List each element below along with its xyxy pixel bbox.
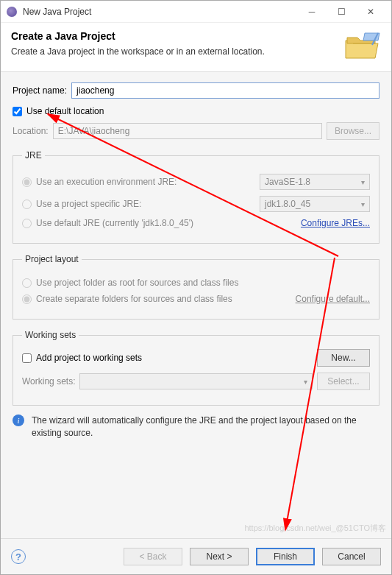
jre-specific-label: Use a project specific JRE: [36, 199, 260, 209]
layout-separate-radio[interactable] [22, 294, 32, 304]
back-button: < Back [124, 548, 182, 565]
layout-root-radio[interactable] [22, 278, 32, 288]
add-to-working-sets-label: Add project to working sets [36, 353, 142, 363]
location-label: Location: [13, 126, 49, 136]
add-to-working-sets-checkbox[interactable] [22, 353, 32, 363]
configure-jres-link[interactable]: Configure JREs... [301, 218, 370, 228]
project-layout-group: Project layout Use project folder as roo… [13, 254, 379, 320]
configure-default-link[interactable]: Configure default... [296, 294, 370, 304]
jre-default-label: Use default JRE (currently 'jdk1.8.0_45'… [36, 218, 301, 228]
info-text: The wizard will automatically configure … [32, 415, 379, 440]
working-sets-group: Working sets Add project to working sets… [13, 330, 379, 406]
minimize-button[interactable]: ─ [297, 1, 327, 23]
location-input [53, 123, 322, 139]
layout-root-label: Use project folder as root for sources a… [36, 278, 370, 288]
maximize-button[interactable]: ☐ [327, 1, 356, 23]
page-subtitle: Create a Java project in the workspace o… [11, 46, 335, 57]
titlebar: New Java Project ─ ☐ ✕ [1, 1, 391, 23]
wizard-header: Create a Java Project Create a Java proj… [1, 23, 391, 72]
wizard-footer: ? < Back Next > Finish Cancel [1, 538, 391, 574]
project-name-label: Project name: [13, 85, 67, 96]
jre-default-radio[interactable] [22, 219, 32, 228]
dialog-window: New Java Project ─ ☐ ✕ Create a Java Pro… [0, 0, 392, 575]
info-icon: i [13, 415, 24, 426]
wizard-folder-icon [343, 30, 381, 61]
info-message: i The wizard will automatically configur… [13, 415, 379, 440]
project-layout-legend: Project layout [22, 254, 82, 264]
close-button[interactable]: ✕ [356, 1, 385, 23]
page-title: Create a Java Project [11, 30, 335, 42]
jre-specific-radio[interactable] [22, 200, 32, 209]
finish-button[interactable]: Finish [256, 548, 315, 565]
jre-specific-select[interactable]: jdk1.8.0_45 [260, 196, 370, 212]
working-sets-select [79, 373, 313, 389]
use-default-location-checkbox[interactable] [13, 107, 22, 116]
layout-separate-label: Create separate folders for sources and … [36, 294, 296, 304]
next-button[interactable]: Next > [190, 548, 249, 565]
window-title: New Java Project [23, 7, 297, 17]
jre-legend: JRE [22, 150, 45, 160]
help-button[interactable]: ? [11, 549, 26, 564]
working-sets-legend: Working sets [22, 330, 79, 340]
browse-button: Browse... [327, 122, 379, 140]
working-sets-label: Working sets: [22, 376, 75, 387]
watermark: https://blog.csdn.net/wei_@51CTO博客 [244, 523, 386, 534]
eclipse-icon [7, 7, 17, 17]
project-name-input[interactable] [71, 82, 379, 99]
jre-group: JRE Use an execution environment JRE: Ja… [13, 150, 379, 244]
wizard-content: Project name: Use default location Locat… [1, 72, 391, 538]
jre-exec-env-label: Use an execution environment JRE: [36, 177, 260, 187]
jre-exec-env-select[interactable]: JavaSE-1.8 [260, 174, 370, 190]
select-working-set-button: Select... [317, 373, 370, 390]
use-default-location-label: Use default location [26, 106, 104, 116]
new-working-set-button[interactable]: New... [317, 349, 370, 367]
cancel-button[interactable]: Cancel [322, 548, 381, 565]
jre-exec-env-radio[interactable] [22, 177, 32, 187]
